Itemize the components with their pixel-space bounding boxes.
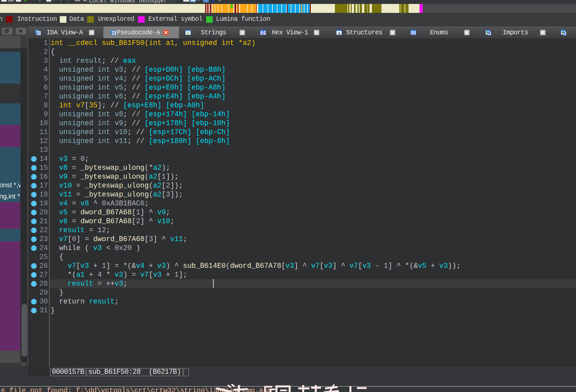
svg-text:'s': 's': [186, 31, 190, 35]
svg-text:A: A: [338, 31, 341, 35]
